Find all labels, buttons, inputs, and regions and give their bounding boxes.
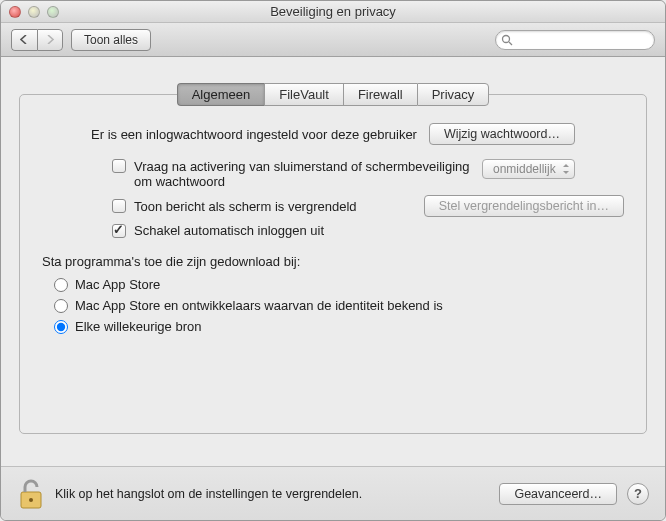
- search-input[interactable]: [495, 30, 655, 50]
- svg-line-1: [509, 42, 512, 45]
- advanced-button[interactable]: Geavanceerd…: [499, 483, 617, 505]
- preferences-window: Beveiliging en privacy Toon alles Algeme…: [0, 0, 666, 521]
- search-wrap: [495, 30, 655, 50]
- svg-point-0: [503, 35, 510, 42]
- search-icon: [501, 34, 513, 46]
- zoom-window-button[interactable]: [47, 6, 59, 18]
- radio-identified-developers-label: Mac App Store en ontwikkelaars waarvan d…: [75, 298, 443, 313]
- tab-firewall[interactable]: Firewall: [343, 83, 417, 106]
- traffic-lights: [9, 6, 59, 18]
- titlebar: Beveiliging en privacy: [1, 1, 665, 23]
- change-password-button[interactable]: Wijzig wachtwoord…: [429, 123, 575, 145]
- toolbar: Toon alles: [1, 23, 665, 57]
- tab-strip: Algemeen FileVault Firewall Privacy: [19, 83, 647, 106]
- require-password-label: Vraag na activering van sluimerstand of …: [134, 159, 474, 189]
- svg-point-3: [29, 498, 33, 502]
- tab-filevault[interactable]: FileVault: [264, 83, 343, 106]
- delay-popup[interactable]: onmiddellijk: [482, 159, 575, 179]
- tab-general[interactable]: Algemeen: [177, 83, 265, 106]
- show-message-checkbox[interactable]: [112, 199, 126, 213]
- close-window-button[interactable]: [9, 6, 21, 18]
- disable-auto-login-label: Schakel automatisch inloggen uit: [134, 223, 324, 238]
- content: Algemeen FileVault Firewall Privacy Er i…: [1, 57, 665, 466]
- radio-anywhere-label: Elke willekeurige bron: [75, 319, 201, 334]
- help-button[interactable]: ?: [627, 483, 649, 505]
- show-all-button[interactable]: Toon alles: [71, 29, 151, 51]
- allow-apps-header: Sta programma's toe die zijn gedownload …: [42, 254, 624, 269]
- minimize-window-button[interactable]: [28, 6, 40, 18]
- radio-mac-app-store[interactable]: [54, 278, 68, 292]
- radio-identified-developers[interactable]: [54, 299, 68, 313]
- require-password-checkbox[interactable]: [112, 159, 126, 173]
- back-button[interactable]: [11, 29, 37, 51]
- forward-button[interactable]: [37, 29, 63, 51]
- lock-icon[interactable]: [17, 478, 45, 510]
- disable-auto-login-checkbox[interactable]: [112, 224, 126, 238]
- nav-buttons: [11, 29, 63, 51]
- chevron-left-icon: [20, 35, 29, 44]
- footer: Klik op het hangslot om de instellingen …: [1, 466, 665, 520]
- set-lock-message-button[interactable]: Stel vergrendelingsbericht in…: [424, 195, 624, 217]
- window-title: Beveiliging en privacy: [1, 4, 665, 19]
- radio-anywhere[interactable]: [54, 320, 68, 334]
- show-message-label: Toon bericht als scherm is vergrendeld: [134, 199, 357, 214]
- password-set-text: Er is een inlogwachtwoord ingesteld voor…: [91, 127, 417, 142]
- tab-privacy[interactable]: Privacy: [417, 83, 490, 106]
- general-panel: Er is een inlogwachtwoord ingesteld voor…: [19, 94, 647, 434]
- lock-text: Klik op het hangslot om de instellingen …: [55, 487, 362, 501]
- radio-mac-app-store-label: Mac App Store: [75, 277, 160, 292]
- chevron-right-icon: [46, 35, 55, 44]
